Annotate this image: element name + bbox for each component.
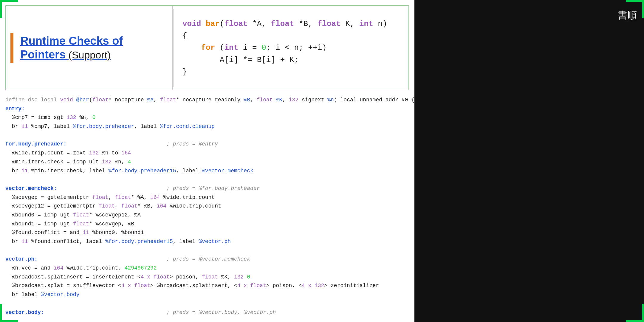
ir-line-13: %bound1 = icmp ugt float* %scevgep, %B xyxy=(5,220,409,229)
ir-line-14: %found.conflict = and i1 %bound0, %bound… xyxy=(5,228,409,237)
code-line-1: void bar(float *A, float *B, float K, in… xyxy=(182,18,400,30)
ir-line-empty-2 xyxy=(5,175,409,184)
slide-code-area: void bar(float *A, float *B, float K, in… xyxy=(174,6,408,90)
slide-title: Runtime Checks ofPointers (Support) xyxy=(20,34,166,61)
corner-tr xyxy=(626,0,644,18)
main-content: Runtime Checks ofPointers (Support) void… xyxy=(0,0,414,322)
slide-title-area: Runtime Checks ofPointers (Support) xyxy=(6,6,173,90)
right-sidebar: 書順 xyxy=(414,0,644,322)
code-line-4: A[i] *= B[i] + K; xyxy=(182,54,400,66)
ir-line-empty-4 xyxy=(5,299,409,308)
corner-bl xyxy=(0,304,18,322)
code-line-3: for (int i = 0; i < n; ++i) xyxy=(182,42,400,54)
ir-code-area: define dso_local void @bar(float* nocapt… xyxy=(0,90,414,322)
code-display: void bar(float *A, float *B, float K, in… xyxy=(182,18,400,78)
corner-tl xyxy=(0,0,18,18)
orange-accent-bar xyxy=(10,33,13,63)
ir-line-10: %scevgep = getelementptr float, float* %… xyxy=(5,193,409,202)
ir-line-1: define dso_local void @bar(float* nocapt… xyxy=(5,96,409,105)
ir-line-7: %min.iters.check = icmp ult i32 %n, 4 xyxy=(5,158,409,167)
slide-title-suffix: (Support) xyxy=(66,49,111,61)
ir-line-entry: entry: xyxy=(5,105,409,114)
ir-line-19: %broadcast.splat = shufflevector <4 x fl… xyxy=(5,281,409,290)
slide-panel: Runtime Checks ofPointers (Support) void… xyxy=(5,5,409,90)
ir-line-18: %broadcast.splatinsert = insertelement <… xyxy=(5,273,409,282)
ir-line-11: %scevgep12 = getelementptr float, float*… xyxy=(5,202,409,211)
code-line-5: } xyxy=(182,66,400,78)
corner-br xyxy=(626,304,644,322)
ir-line-20: br label %vector.body xyxy=(5,290,409,299)
ir-line-fbp-label: for.body.preheader: ; preds = %entry xyxy=(5,140,409,149)
ir-line-3: %cmp7 = icmp sgt i32 %n, 0 xyxy=(5,113,409,122)
ir-line-vb-label: vector.body: ; preds = %vector.body, %ve… xyxy=(5,308,409,317)
ir-line-15: br i1 %found.conflict, label %for.body.p… xyxy=(5,237,409,246)
ir-line-empty-3 xyxy=(5,246,409,255)
ir-line-12: %bound0 = icmp ugt float* %scevgep12, %A xyxy=(5,211,409,220)
ir-line-6: %wide.trip.count = zext i32 %n to i64 xyxy=(5,149,409,158)
ir-line-17: %n.vec = and i64 %wide.trip.count, 42949… xyxy=(5,264,409,273)
ir-line-vph-label: vector.ph: ; preds = %vector.memcheck xyxy=(5,255,409,264)
ir-line-4: br i1 %cmp7, label %for.body.preheader, … xyxy=(5,122,409,131)
code-line-2: { xyxy=(182,30,400,42)
ir-line-empty-1 xyxy=(5,131,409,140)
ir-line-vm-label: vector.memcheck: ; preds = %for.body.pre… xyxy=(5,184,409,193)
ir-line-8: br i1 %min.iters.check, label %for.body.… xyxy=(5,167,409,176)
